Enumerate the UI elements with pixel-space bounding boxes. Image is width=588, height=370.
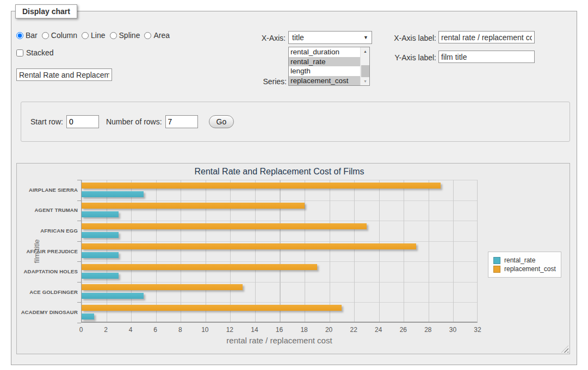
- x-axis-tick-label: 24: [368, 326, 389, 334]
- x-axis-selected-value: title: [292, 33, 304, 42]
- x-axis-select-label: X-Axis:: [237, 34, 286, 42]
- bar-rental_rate-3: [82, 252, 119, 258]
- legend-label: rental_rate: [500, 256, 535, 264]
- x-axis-tick-label: 32: [467, 326, 488, 334]
- x-axis-tick-label: 6: [145, 326, 166, 334]
- bar-rental_rate-1: [82, 211, 119, 217]
- bar-replacement_cost-4: [82, 264, 317, 270]
- row-range-box: Start row: Number of rows: Go: [21, 102, 570, 142]
- category-label: ACADEMY DINOSAUR: [18, 309, 78, 315]
- x-axis-tick-label: 30: [442, 326, 463, 334]
- chart-type-radio-bar[interactable]: [16, 32, 23, 39]
- legend-swatch-rental_rate: [493, 257, 500, 264]
- chart-legend: rental_ratereplacement_cost: [488, 252, 561, 278]
- chart-type-label-spline[interactable]: Spline: [119, 31, 140, 40]
- chart-type-label-bar[interactable]: Bar: [26, 31, 38, 40]
- category-label: ADAPTATION HOLES: [18, 268, 78, 274]
- resize-grip-icon[interactable]: [561, 346, 568, 353]
- scroll-down-icon[interactable]: ▼: [361, 77, 370, 85]
- chart-type-radio-line[interactable]: [82, 32, 89, 39]
- x-axis-tick-label: 28: [417, 326, 439, 334]
- bar-rental_rate-5: [82, 293, 144, 299]
- x-axis-tick-label: 4: [120, 326, 141, 334]
- series-listbox[interactable]: rental_durationrental_ratelengthreplacem…: [288, 47, 370, 86]
- series-listbox-label: Series:: [237, 77, 287, 86]
- chart-type-radio-area[interactable]: [144, 32, 151, 39]
- bar-rental_rate-0: [82, 191, 144, 197]
- x-axis-tick-label: 10: [194, 326, 216, 334]
- series-option-replacement_cost[interactable]: replacement_cost: [289, 76, 369, 86]
- bar-rental_rate-2: [82, 232, 119, 238]
- chart-type-label-line[interactable]: Line: [91, 31, 105, 40]
- x-axis-title: rental rate / replacement cost: [81, 336, 478, 345]
- x-axis-tick-label: 0: [70, 326, 92, 334]
- bar-replacement_cost-0: [82, 183, 441, 189]
- num-rows-input[interactable]: [165, 115, 198, 128]
- series-options: rental_durationrental_ratelengthreplacem…: [289, 47, 369, 85]
- category-label: AGENT TRUMAN: [18, 207, 78, 213]
- chart-type-label-column[interactable]: Column: [51, 31, 77, 40]
- num-rows-label: Number of rows:: [106, 117, 162, 126]
- stacked-label[interactable]: Stacked: [26, 48, 54, 57]
- x-axis-tick-label: 16: [269, 326, 290, 334]
- fieldset-legend: Display chart: [15, 4, 77, 18]
- legend-item: replacement_cost: [493, 265, 556, 273]
- legend-label: replacement_cost: [500, 265, 556, 273]
- scrollbar-thumb[interactable]: [361, 65, 369, 77]
- y-axis-tick: [77, 261, 81, 262]
- series-option-rental_duration[interactable]: rental_duration: [289, 47, 369, 57]
- y-axis-tick: [77, 323, 81, 323]
- y-axis-label-input[interactable]: [438, 51, 535, 63]
- x-axis-tick-label: 12: [219, 326, 240, 334]
- start-row-input[interactable]: [66, 115, 99, 128]
- bar-rental_rate-4: [82, 273, 119, 279]
- start-row-label: Start row:: [30, 117, 63, 126]
- chart-type-radio-spline[interactable]: [110, 32, 117, 39]
- category-label: ACE GOLDFINGER: [18, 289, 78, 295]
- chart-type-radio-column[interactable]: [42, 32, 49, 39]
- bar-rental_rate-6: [82, 313, 94, 319]
- plot-area: [81, 180, 478, 323]
- go-button[interactable]: Go: [209, 115, 234, 128]
- y-axis-tick: [77, 282, 81, 283]
- legend-item: rental_rate: [493, 256, 556, 264]
- y-axis-tick: [77, 241, 81, 242]
- y-axis-tick: [77, 200, 81, 201]
- chart-type-radio-group: BarColumnLineSplineArea: [16, 31, 174, 40]
- series-option-rental_rate[interactable]: rental_rate: [289, 57, 369, 67]
- bar-replacement_cost-3: [82, 243, 416, 249]
- display-chart-fieldset: Display chart BarColumnLineSplineArea St…: [11, 11, 577, 365]
- x-axis-tick-label: 18: [293, 326, 315, 334]
- stacked-checkbox[interactable]: [16, 49, 23, 57]
- category-label: AFFAIR PREJUDICE: [18, 248, 78, 254]
- x-axis-label-caption: X-Axis label:: [368, 34, 436, 42]
- x-axis-tick-label: 20: [318, 326, 340, 334]
- x-axis-tick-label: 8: [169, 326, 191, 334]
- chart-panel: Rental Rate and Replacement Cost of Film…: [16, 163, 570, 354]
- chart-title: Rental Rate and Replacement Cost of Film…: [81, 167, 478, 177]
- x-axis-tick-label: 22: [343, 326, 364, 334]
- stacked-row: Stacked: [16, 48, 54, 57]
- series-option-length[interactable]: length: [289, 66, 369, 76]
- bar-replacement_cost-5: [82, 284, 243, 290]
- x-axis-tick-label: 2: [95, 326, 117, 334]
- y-axis-tick: [77, 221, 81, 221]
- x-axis-label-input[interactable]: [438, 31, 535, 43]
- bar-replacement_cost-1: [82, 203, 305, 209]
- y-axis-label-caption: Y-Axis label:: [368, 53, 436, 62]
- x-axis-tick-label: 26: [392, 326, 414, 334]
- x-axis-tick-label: 14: [244, 326, 265, 334]
- legend-swatch-replacement_cost: [493, 266, 500, 273]
- category-label: AIRPLANE SIERRA: [18, 187, 78, 193]
- bar-replacement_cost-2: [82, 223, 367, 229]
- y-axis-tick: [77, 302, 81, 303]
- bar-replacement_cost-6: [82, 305, 342, 311]
- category-label: AFRICAN EGG: [18, 228, 78, 234]
- y-axis-tick: [77, 180, 81, 180]
- chart-title-input[interactable]: [16, 68, 112, 81]
- chart-type-label-area[interactable]: Area: [153, 31, 170, 40]
- x-axis-select[interactable]: title ▼: [288, 31, 372, 44]
